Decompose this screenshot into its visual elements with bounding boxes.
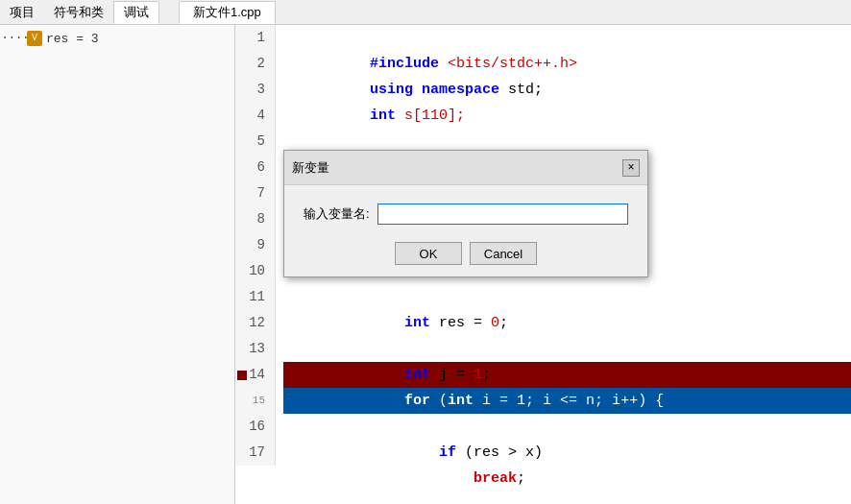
sidebar-var-icon: V — [27, 31, 42, 46]
dialog-close-button[interactable]: × — [622, 159, 640, 177]
ln-6: 6 — [235, 155, 269, 180]
ln-5: 5 — [235, 129, 269, 155]
dialog-titlebar: 新变量 × — [284, 151, 647, 185]
top-nav-bar: 项目 符号和类 调试 新文件1.cpp — [0, 0, 851, 25]
nav-item-project[interactable]: 项目 — [0, 2, 44, 23]
debug-square-icon — [237, 371, 247, 380]
new-variable-dialog: 新变量 × 输入变量名: OK Cancel — [283, 150, 648, 277]
ln-13: 13 — [235, 336, 269, 362]
editor-area[interactable]: 1 2 3 4 5 6 7 8 9 10 11 12 13 14 15 — [235, 25, 851, 504]
code-line-1: #include <bits/stdc++.h> — [283, 25, 851, 51]
ln-7: 7 — [235, 180, 269, 206]
dialog-ok-button[interactable]: OK — [395, 242, 462, 265]
dialog-body: 输入变量名: OK Cancel — [284, 185, 647, 276]
sidebar-expand-icon: ···· — [8, 31, 23, 46]
editor-tab[interactable]: 新文件1.cpp — [179, 1, 276, 24]
dialog-buttons: OK Cancel — [304, 242, 628, 265]
code-line-13: int j = 1; — [283, 336, 851, 362]
ln-3: 3 — [235, 77, 269, 103]
dialog-input-row: 输入变量名: — [304, 201, 628, 227]
variable-name-input[interactable] — [377, 204, 628, 225]
ln-17: 17 — [235, 440, 269, 466]
ln-15: 15 — [235, 388, 269, 414]
code-line-11: int res = 0; — [283, 284, 851, 310]
nav-item-debug[interactable]: 调试 — [113, 1, 159, 24]
sidebar-item-res[interactable]: ···· V res = 3 — [0, 29, 234, 48]
sidebar-item-label: res = 3 — [46, 32, 99, 46]
main-content: ···· V res = 3 1 2 3 4 5 6 7 8 9 10 11 1… — [0, 25, 851, 504]
ln-10: 10 — [235, 258, 269, 284]
ln-8: 8 — [235, 206, 269, 232]
ln-2: 2 — [235, 51, 269, 77]
ln-16: 16 — [235, 414, 269, 440]
dialog-title: 新变量 — [292, 155, 329, 180]
ln-14: 14 — [235, 362, 269, 388]
ln-9: 9 — [235, 232, 269, 258]
ln-11: 11 — [235, 284, 269, 310]
ln-12: 12 — [235, 310, 269, 336]
ln-4: 4 — [235, 103, 269, 129]
ln-1: 1 — [235, 25, 269, 51]
dialog-label: 输入变量名: — [304, 201, 370, 227]
line-numbers: 1 2 3 4 5 6 7 8 9 10 11 12 13 14 15 — [235, 25, 276, 466]
nav-item-symbols[interactable]: 符号和类 — [44, 2, 113, 23]
sidebar: ···· V res = 3 — [0, 25, 235, 504]
dialog-cancel-button[interactable]: Cancel — [470, 242, 537, 265]
